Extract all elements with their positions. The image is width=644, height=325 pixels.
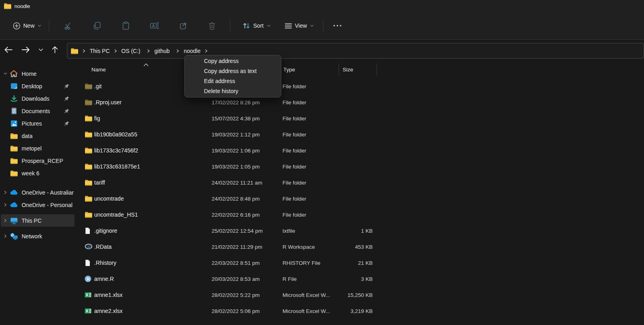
file-list: .git File folder .Rproj.user 17/02/2022 … xyxy=(75,78,644,325)
column-header-type[interactable]: Type xyxy=(283,67,295,73)
sidebar-item-label: Downloads xyxy=(22,95,49,102)
command-bar: New A Sort View xyxy=(0,12,644,40)
chevron-right-icon[interactable] xyxy=(1,218,10,223)
rename-button[interactable]: A xyxy=(143,18,166,33)
new-button[interactable]: New xyxy=(9,19,46,33)
cloud-icon xyxy=(10,202,18,208)
chevron-right-icon[interactable] xyxy=(1,190,10,195)
table-row[interactable]: tariff 24/02/2022 11:21 am File folder xyxy=(75,175,644,191)
table-row[interactable]: R .RData 21/02/2022 11:29 pm R Workspace… xyxy=(75,239,644,255)
file-type: Microsoft Excel W... xyxy=(283,308,330,314)
breadcrumb-chevron-icon[interactable] xyxy=(112,49,119,53)
table-row[interactable]: lib1733c3c7456f2 19/03/2022 1:06 pm File… xyxy=(75,142,644,158)
breadcrumb-item[interactable]: noodle xyxy=(181,47,203,55)
file-name: .git xyxy=(94,83,102,89)
share-button[interactable] xyxy=(173,18,195,33)
breadcrumb-folder-icon xyxy=(71,48,78,54)
paste-button[interactable] xyxy=(115,18,136,33)
chevron-right-icon[interactable] xyxy=(1,203,10,207)
table-row[interactable]: .gitignore 25/02/2022 12:54 pm txtfile 1… xyxy=(75,223,644,239)
table-row[interactable]: .git File folder xyxy=(75,78,644,94)
rename-icon: A xyxy=(150,22,159,30)
column-header-name[interactable]: Name xyxy=(91,67,106,73)
file-date-modified: 25/02/2022 12:54 pm xyxy=(212,228,263,234)
breadcrumb-chevron-icon[interactable] xyxy=(174,49,181,53)
chevron-down-icon[interactable] xyxy=(1,71,10,76)
address-bar[interactable]: This PC OS (C:) github noodle xyxy=(67,43,644,59)
file-name: amne1.xlsx xyxy=(94,292,123,298)
breadcrumb-item[interactable]: OS (C:) xyxy=(119,47,143,55)
more-options-button[interactable] xyxy=(329,21,346,30)
excel-icon: X xyxy=(85,308,91,315)
table-row[interactable]: uncomtrade 24/02/2022 8:48 pm File folde… xyxy=(75,191,644,207)
sort-button[interactable]: Sort xyxy=(238,19,275,32)
copy-icon xyxy=(93,21,102,30)
copy-button[interactable] xyxy=(86,18,108,33)
file-date-modified: 28/02/2022 5:06 pm xyxy=(212,308,260,314)
back-button[interactable] xyxy=(2,44,15,56)
folder-icon xyxy=(85,179,92,186)
sidebar-item-metopel[interactable]: metopel xyxy=(1,142,75,154)
sidebar-item-documents[interactable]: Documents xyxy=(1,105,75,117)
file-name: lib1733c631875e1 xyxy=(94,163,140,170)
table-row[interactable]: X amne2.xlsx 28/02/2022 5:06 pm Microsof… xyxy=(75,303,644,319)
context-menu-item[interactable]: Copy address as text xyxy=(185,66,281,76)
sidebar-item-prospera-rcep[interactable]: Prospera_RCEP xyxy=(1,154,75,167)
folder-icon xyxy=(85,195,92,202)
toolbar-divider xyxy=(230,20,230,32)
cut-button[interactable] xyxy=(57,18,79,33)
toolbar-divider xyxy=(49,20,49,32)
sidebar-item-onedrive-personal[interactable]: OneDrive - Personal xyxy=(1,199,75,211)
breadcrumb-chevron-icon[interactable] xyxy=(145,49,152,53)
forward-button[interactable] xyxy=(19,44,32,56)
sort-ascending-icon[interactable] xyxy=(143,63,149,67)
file-date-modified: 24/02/2022 11:21 am xyxy=(212,180,262,186)
up-button[interactable] xyxy=(48,44,62,56)
table-row[interactable]: uncomtrade_HS1 22/02/2022 6:16 pm File f… xyxy=(75,207,644,223)
column-header-size[interactable]: Size xyxy=(343,67,353,73)
context-menu-item[interactable]: Edit address xyxy=(185,76,281,86)
table-row[interactable]: lib190b0a902a55 19/03/2022 1:12 pm File … xyxy=(75,126,644,142)
table-row[interactable]: R amne.R 20/03/2022 8:53 am R File 3 KB xyxy=(75,271,644,287)
sidebar-item-desktop[interactable]: Desktop xyxy=(1,80,75,92)
network-icon xyxy=(10,233,18,240)
file-type: File folder xyxy=(283,132,306,138)
table-row[interactable]: lib1733c631875e1 19/03/2022 1:05 pm File… xyxy=(75,158,644,175)
sidebar-item-data[interactable]: data xyxy=(1,130,75,142)
cut-icon xyxy=(64,22,73,30)
column-divider[interactable] xyxy=(339,63,339,76)
delete-button[interactable] xyxy=(202,18,222,33)
file-name: .Rhistory xyxy=(94,260,116,266)
context-menu-item[interactable]: Delete history xyxy=(185,86,281,96)
breadcrumb-item[interactable]: This PC xyxy=(87,47,112,55)
sidebar-item-pictures[interactable]: Pictures xyxy=(1,117,75,130)
sidebar-item-week-6[interactable]: week 6 xyxy=(1,167,75,179)
table-row[interactable]: .Rhistory 22/03/2022 8:51 pm RHISTORY Fi… xyxy=(75,255,644,271)
view-button[interactable]: View xyxy=(281,19,318,32)
file-date-modified: 19/03/2022 1:06 pm xyxy=(212,148,260,154)
table-row[interactable]: .Rproj.user 17/02/2022 8:26 pm File fold… xyxy=(75,94,644,110)
pin-icon xyxy=(63,83,71,89)
chevron-right-icon[interactable] xyxy=(1,234,10,238)
breadcrumb-chevron-icon[interactable] xyxy=(81,49,87,53)
sidebar-item-downloads[interactable]: Downloads xyxy=(1,92,75,105)
sidebar-item-network[interactable]: Network xyxy=(1,230,75,242)
sort-icon xyxy=(242,22,250,29)
sidebar-item-home[interactable]: Home xyxy=(1,67,75,80)
breadcrumb-chevron-icon[interactable] xyxy=(203,49,210,53)
sidebar-item-label: data xyxy=(22,133,32,139)
column-divider[interactable] xyxy=(377,63,377,76)
file-name: .gitignore xyxy=(94,228,117,234)
context-menu-item[interactable]: Copy address xyxy=(185,56,281,66)
table-row[interactable]: X amne1.xlsx 28/02/2022 5:22 pm Microsof… xyxy=(75,287,644,303)
breadcrumb-item[interactable]: github xyxy=(152,47,172,55)
recent-locations-button[interactable] xyxy=(34,44,48,56)
chevron-down-icon xyxy=(310,24,314,28)
explorer-body: Home Desktop Downloads Documents Picture… xyxy=(0,60,644,325)
folder-icon xyxy=(85,131,92,138)
table-row[interactable]: fig 15/07/2022 4:38 pm File folder xyxy=(75,110,644,126)
sidebar-item-this-pc[interactable]: This PC xyxy=(1,214,75,227)
sidebar-item-onedrive-australiar[interactable]: OneDrive - Australiar xyxy=(1,186,75,199)
pc-icon xyxy=(10,217,18,224)
file-type: File folder xyxy=(283,83,306,89)
